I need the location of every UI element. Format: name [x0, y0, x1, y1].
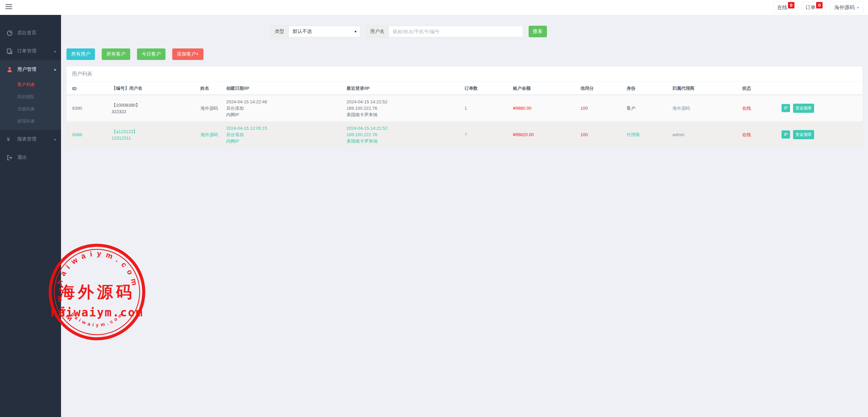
type-filter-group: 类型 默认不选 ▾	[271, 26, 360, 37]
sidebar-item-label: 订单管理	[17, 48, 36, 54]
chevron-right-icon: ▸	[54, 137, 56, 142]
col-credit: 信用分	[578, 82, 624, 95]
main-content: 类型 默认不选 ▾ 用户名 搜索 所有用户 所有客户 今日客户 添加客户+ 用户…	[61, 15, 868, 417]
user-icon	[7, 67, 13, 72]
today-customers-button[interactable]: 今日客户	[137, 48, 165, 60]
col-orders: 订单数	[462, 82, 510, 95]
sidebar-item-withdraw-list[interactable]: 提现列表	[0, 115, 61, 127]
status-badge: 在线	[739, 95, 779, 122]
orders-count-button[interactable]: 订单 0	[802, 2, 826, 13]
table-header-row: ID 【编号】用户名 姓名 创建日期/IP 最近登录/IP 订单数 账户余额 信…	[66, 82, 863, 95]
navbar-right-group: 在线 0 订单 0 海外源码 ▾	[773, 2, 863, 13]
logout-icon	[7, 155, 13, 161]
sidebar-item-customer-list[interactable]: 客户列表	[0, 79, 61, 91]
sidebar-item-label: 后台首页	[17, 30, 36, 36]
col-name: 姓名	[198, 82, 223, 95]
filter-row: 类型 默认不选 ▾ 用户名 搜索	[61, 15, 868, 37]
orders-count-badge: 0	[816, 2, 823, 8]
table-row: 8390 【10008390】 322322 海外源码 2024-04-15 1…	[66, 95, 863, 122]
sidebar-item-home[interactable]: 后台首页	[0, 24, 61, 42]
username-filter-group: 用户名	[366, 26, 523, 37]
cell-actions: IP 资金报表	[779, 122, 863, 148]
user-table: ID 【编号】用户名 姓名 创建日期/IP 最近登录/IP 订单数 账户余额 信…	[66, 82, 863, 148]
cell-credit: 100	[578, 122, 624, 148]
cell-username: 【10008390】 322322	[109, 95, 198, 122]
cell-id: 8390	[66, 95, 109, 122]
username-filter-label: 用户名	[366, 26, 389, 37]
cell-role: 代理商	[624, 122, 670, 148]
documents-icon	[7, 48, 13, 54]
orders-label: 订单	[805, 4, 815, 11]
sidebar-item-recharge-list[interactable]: 充值列表	[0, 103, 61, 115]
cell-last-login: 2024-04-15 14:21:52 169.150.222.76 美国南卡罗…	[344, 122, 462, 148]
col-balance: 账户余额	[510, 82, 578, 95]
cell-created: 2024-04-15 14:22:46 后台添加 内网IP	[223, 95, 344, 122]
cell-balance: ¥99820.00	[510, 122, 578, 148]
online-count-button[interactable]: 在线 0	[773, 2, 798, 13]
col-agent: 归属代理商	[670, 82, 739, 95]
cell-agent[interactable]: admin	[670, 122, 739, 148]
cell-actions: IP 资金报表	[779, 95, 863, 122]
col-username: 【编号】用户名	[109, 82, 198, 95]
panel-title: 用户列表	[66, 66, 863, 82]
col-status: 状态	[739, 82, 779, 95]
yen-icon: ¥	[7, 137, 13, 142]
sidebar-item-orders[interactable]: 订单管理 ▸	[0, 42, 61, 60]
type-filter-select[interactable]: 默认不选 ▾	[289, 26, 360, 37]
users-submenu: 客户列表 我的团队 充值列表 提现列表	[0, 79, 61, 130]
cell-last-login: 2024-04-15 14:22:52 169.150.222.76 美国南卡罗…	[344, 95, 462, 122]
user-dropdown[interactable]: 海外源码 ▾	[830, 2, 863, 13]
sidebar-item-users[interactable]: 用户管理 ▸	[0, 60, 61, 79]
select-caret-icon: ▾	[354, 29, 356, 34]
sidebar-item-logout[interactable]: 退出	[0, 148, 61, 167]
add-customer-button[interactable]: 添加客户+	[172, 48, 203, 60]
col-created: 创建日期/IP	[223, 82, 344, 95]
cell-credit: 100	[578, 95, 624, 122]
sidebar-group-users: 用户管理 ▸ 客户列表 我的团队 充值列表 提现列表	[0, 60, 61, 130]
toolbar: 所有用户 所有客户 今日客户 添加客户+	[61, 37, 868, 60]
sidebar-item-label: 用户管理	[17, 66, 36, 72]
cell-agent[interactable]: 海外源码	[670, 95, 739, 122]
fund-report-button[interactable]: 资金报表	[793, 130, 814, 139]
sidebar-item-label: 报表管理	[17, 136, 36, 142]
table-row: 8388 【a123123】 12312311 海外源码 2024-04-15 …	[66, 122, 863, 148]
sidebar-item-my-team[interactable]: 我的团队	[0, 91, 61, 103]
col-role: 身份	[624, 82, 670, 95]
cell-role: 客户	[624, 95, 670, 122]
ip-button[interactable]: IP	[782, 104, 790, 112]
col-last-login: 最近登录/IP	[344, 82, 462, 95]
all-customers-button[interactable]: 所有客户	[102, 48, 130, 60]
sidebar: 后台首页 订单管理 ▸ 用户管理 ▸ 客户列表 我的团队 充值列表 提现列表	[0, 15, 61, 417]
cell-name: 海外源码	[198, 95, 223, 122]
cell-name: 海外源码	[198, 122, 223, 148]
cell-id: 8388	[66, 122, 109, 148]
dashboard-icon	[7, 30, 13, 36]
online-label: 在线	[777, 4, 787, 11]
chevron-right-icon: ▸	[54, 67, 56, 72]
top-navbar: 在线 0 订单 0 海外源码 ▾	[0, 0, 868, 15]
search-button[interactable]: 搜索	[529, 26, 547, 37]
col-actions	[779, 82, 863, 95]
user-dropdown-label: 海外源码	[834, 4, 854, 11]
cell-username: 【a123123】 12312311	[109, 122, 198, 148]
ip-button[interactable]: IP	[782, 130, 790, 139]
status-badge: 在线	[739, 122, 779, 148]
col-id: ID	[66, 82, 109, 95]
all-users-button[interactable]: 所有用户	[66, 48, 95, 60]
fund-report-button[interactable]: 资金报表	[793, 104, 814, 113]
cell-orders: 7	[462, 122, 510, 148]
online-count-badge: 0	[788, 2, 794, 8]
hamburger-menu-icon[interactable]	[5, 4, 13, 11]
user-list-panel: 用户列表 ID 【编号】用户名 姓名 创建日期/IP 最近登录/IP 订单数 账…	[66, 66, 863, 148]
cell-balance: ¥9980.00	[510, 95, 578, 122]
sidebar-item-reports[interactable]: ¥ 报表管理 ▸	[0, 130, 61, 148]
chevron-down-icon: ▾	[857, 5, 859, 10]
type-filter-label: 类型	[271, 26, 289, 37]
username-search-input[interactable]	[389, 26, 523, 37]
type-filter-value: 默认不选	[293, 28, 312, 35]
sidebar-item-label: 退出	[17, 154, 27, 161]
chevron-right-icon: ▸	[54, 49, 56, 54]
cell-created: 2024-04-15 12:05:15 后台添加 内网IP	[223, 122, 344, 148]
cell-orders: 1	[462, 95, 510, 122]
